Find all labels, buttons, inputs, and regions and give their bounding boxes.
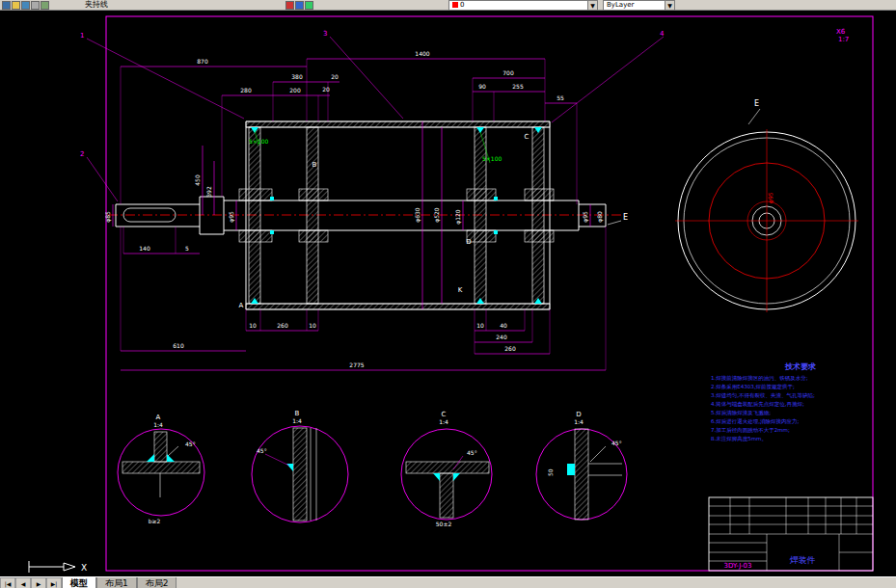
dim-40: 40 — [500, 322, 507, 329]
balloon-4: 4 — [660, 30, 665, 38]
dim-dia520: φ520 — [433, 207, 441, 223]
detail-a-scale: 1:4 — [153, 421, 163, 428]
tab-nav-prev[interactable]: ◀ — [15, 577, 31, 588]
dim-55: 55 — [557, 94, 564, 101]
ucs-icon: X — [29, 561, 87, 573]
letter-d: D — [466, 238, 471, 246]
disc-1 — [249, 127, 260, 304]
note-line: 1.焊接前清除焊接区的油污、铁锈及水分; — [711, 375, 808, 382]
corner-note-2: 1:7 — [838, 36, 849, 43]
note-line: 7.加工后径向圆跳动不大于2mm; — [711, 427, 790, 434]
dim-2775: 2775 — [349, 361, 364, 368]
letter-b: B — [312, 161, 317, 169]
detail-view-b: B 1:4 45° — [252, 410, 348, 522]
dim-dia630: φ630 — [414, 207, 421, 223]
new-file-icon[interactable] — [2, 1, 11, 10]
dim-260r: 260 — [504, 345, 516, 352]
dim-200: 200 — [289, 87, 301, 94]
section-e-labels: E E — [608, 99, 760, 225]
balloon-3: 3 — [323, 30, 327, 38]
note-line: 2.焊条采用E4303,焊前按规定烘干; — [711, 384, 795, 390]
layer-color-chip — [452, 2, 458, 8]
tab-nav-first[interactable]: |◀ — [0, 577, 15, 588]
dim-392: 392 — [205, 186, 212, 198]
weld-marks — [251, 127, 542, 304]
note-line: 3.焊缝均匀,不得有裂纹、夹渣、气孔等缺陷; — [711, 392, 815, 399]
letter-c: C — [525, 133, 529, 141]
model-space-canvas[interactable]: 870 1400 380 20 280 200 20 700 90 255 55… — [0, 11, 896, 576]
dim-dia80: φ80 — [596, 211, 604, 223]
layer-combo[interactable]: 0 ▼ — [448, 0, 598, 11]
dim-20a: 20 — [331, 73, 339, 80]
ucs-x-label: X — [81, 563, 87, 573]
detail-b-label: B — [295, 410, 300, 417]
main-view — [108, 121, 625, 309]
balloon-1: 1 — [80, 32, 84, 40]
print-icon[interactable] — [31, 1, 40, 10]
dimension-lines: 870 1400 380 20 280 200 20 700 90 255 55… — [104, 50, 606, 370]
chevron-down-icon[interactable]: ▼ — [587, 1, 597, 10]
dim-90: 90 — [478, 83, 486, 90]
save-icon[interactable] — [21, 1, 30, 10]
detail-b-angle: 45° — [257, 447, 267, 454]
detail-view-a: A 1:4 45° b≥2 — [118, 414, 204, 524]
detail-d-label: D — [576, 411, 581, 418]
disc-2 — [307, 127, 318, 304]
detail-c-scale: 1:4 — [439, 418, 448, 425]
weld-callout-2: 5×100 — [482, 155, 502, 162]
detail-c-label: C — [442, 411, 447, 418]
dim-280: 280 — [240, 87, 252, 94]
dim-240: 240 — [496, 334, 507, 340]
disc-3 — [475, 127, 486, 304]
weld-callout-1: 5×100 — [249, 138, 268, 145]
dim-dia120: φ120 — [454, 209, 462, 225]
dim-10b: 10 — [309, 322, 316, 329]
dim-255: 255 — [512, 83, 524, 90]
dim-380: 380 — [291, 73, 303, 80]
open-file-icon[interactable] — [12, 1, 20, 10]
tab-layout1[interactable]: 布局1 — [96, 577, 137, 588]
paste-icon[interactable] — [305, 1, 313, 10]
balloon-2: 2 — [80, 150, 84, 158]
note-line: 4.筒体与端盘装配后先点焊定位,再施焊; — [711, 401, 804, 408]
detail-a-angle: 45° — [185, 441, 196, 447]
corner-note-1: X6 — [836, 28, 846, 36]
layout-tab-bar: |◀ ◀ ▶ ▶| 模型 布局1 布局2 — [0, 576, 896, 588]
tab-layout2[interactable]: 布局2 — [137, 577, 177, 588]
section-e-top: E — [754, 99, 759, 108]
cad-drawing[interactable]: 870 1400 380 20 280 200 20 700 90 255 55… — [0, 11, 896, 576]
cut-icon[interactable] — [285, 1, 294, 10]
dim-dia85: φ85 — [104, 211, 112, 223]
dim-450: 450 — [194, 174, 201, 186]
detail-view-d: D 1:4 45° 50 — [536, 411, 627, 520]
color-combo[interactable]: ByLayer ▼ — [603, 0, 675, 11]
technical-notes: 技术要求 1.焊接前清除焊接区的油污、铁锈及水分; 2.焊条采用E4303,焊前… — [711, 362, 816, 442]
tab-model[interactable]: 模型 — [62, 577, 96, 588]
tab-nav-next[interactable]: ▶ — [31, 577, 46, 588]
detail-c-angle: 45° — [467, 449, 477, 456]
note-line: 5.焊后清除焊渣及飞溅物; — [711, 410, 771, 416]
chevron-down-icon[interactable]: ▼ — [665, 1, 674, 10]
top-toolbar: 夹持线 0 ▼ ByLayer ▼ — [0, 0, 896, 11]
notes-title: 技术要求 — [784, 362, 816, 371]
dim-20b: 20 — [322, 86, 330, 93]
disc-4 — [532, 127, 544, 304]
color-combo-value: ByLayer — [607, 1, 634, 9]
toolbar-label: 夹持线 — [85, 0, 108, 10]
dim-140: 140 — [139, 245, 150, 252]
end-view-centerlines — [675, 129, 858, 312]
shell-section-top — [246, 121, 550, 127]
part-name: 焊装件 — [790, 555, 816, 565]
detail-d-angle: 45° — [611, 440, 622, 446]
detail-d-dim: 50 — [547, 468, 554, 476]
copy-icon[interactable] — [295, 1, 304, 10]
dim-700: 700 — [502, 69, 514, 76]
preview-icon[interactable] — [41, 1, 49, 10]
section-e-side: E — [623, 213, 628, 222]
weld-callouts: 5×100 5×100 — [249, 130, 502, 163]
drawing-number: 3DY-J-03 — [723, 562, 751, 570]
dim-dia95: φ95 — [228, 211, 235, 223]
detail-a-note: b≥2 — [149, 518, 161, 524]
shell-section-bottom — [246, 304, 550, 309]
tab-nav-last[interactable]: ▶| — [46, 577, 62, 588]
